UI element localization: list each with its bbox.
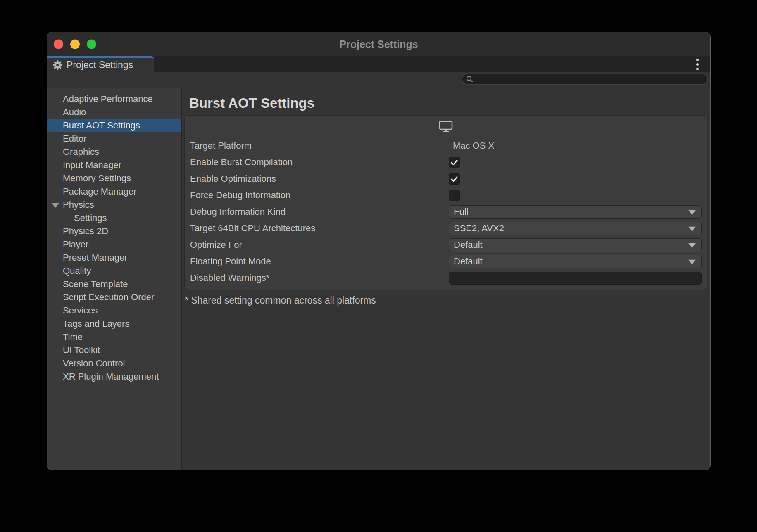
chevron-down-icon <box>688 227 696 231</box>
setting-row-optimize-for: Optimize For Default <box>185 237 707 253</box>
sidebar-item-version-control[interactable]: Version Control <box>47 357 181 370</box>
enable-optimizations-checkbox[interactable] <box>449 173 460 185</box>
setting-label: Target 64Bit CPU Architectures <box>190 223 449 234</box>
sidebar-item-burst-aot-settings[interactable]: Burst AOT Settings <box>47 119 181 132</box>
kebab-dot <box>696 68 699 70</box>
project-settings-window: Project Settings <box>47 32 711 470</box>
more-options-button[interactable] <box>695 57 700 72</box>
sidebar-item-memory-settings[interactable]: Memory Settings <box>47 172 181 185</box>
force-debug-information-checkbox[interactable] <box>449 190 460 201</box>
kebab-dot <box>696 59 699 61</box>
sidebar-item-ui-toolkit[interactable]: UI Toolkit <box>47 344 181 357</box>
tab-project-settings[interactable]: Project Settings <box>47 56 154 72</box>
debug-information-kind-dropdown[interactable]: Full <box>449 205 702 219</box>
sidebar-item-quality[interactable]: Quality <box>47 264 181 278</box>
chevron-down-icon <box>688 260 696 264</box>
content-area: Adaptive Performance Audio Burst AOT Set… <box>47 88 710 470</box>
enable-burst-compilation-checkbox[interactable] <box>449 157 460 168</box>
tab-label: Project Settings <box>67 59 133 71</box>
setting-label: Disabled Warnings* <box>190 273 449 283</box>
dropdown-selected-value: Default <box>454 256 483 267</box>
setting-label: Enable Burst Compilation <box>190 157 449 168</box>
settings-category-list: Adaptive Performance Audio Burst AOT Set… <box>47 88 181 470</box>
foldout-expanded-icon[interactable] <box>52 203 59 208</box>
target-platform-value: Mac OS X <box>449 140 494 151</box>
dropdown-selected-value: Full <box>454 207 468 217</box>
sidebar-item-physics-2d[interactable]: Physics 2D <box>47 225 181 238</box>
setting-row-debug-information-kind: Debug Information Kind Full <box>185 204 707 220</box>
sidebar-item-xr-plugin-management[interactable]: XR Plugin Management <box>47 370 181 383</box>
dropdown-selected-value: Default <box>454 240 483 250</box>
setting-row-target-64bit-cpu-architectures: Target 64Bit CPU Architectures SSE2, AVX… <box>185 220 707 237</box>
desktop-background: Project Settings <box>0 0 757 532</box>
titlebar: Project Settings <box>47 32 710 56</box>
sidebar-item-preset-manager[interactable]: Preset Manager <box>47 251 181 264</box>
sidebar-item-physics[interactable]: Physics <box>47 198 181 211</box>
sidebar-item-player[interactable]: Player <box>47 238 181 251</box>
sidebar-item-package-manager[interactable]: Package Manager <box>47 185 181 198</box>
floating-point-mode-dropdown[interactable]: Default <box>449 255 702 268</box>
search-icon <box>466 76 473 83</box>
page-title: Burst AOT Settings <box>189 95 314 111</box>
toolbar <box>47 72 710 88</box>
setting-label: Debug Information Kind <box>190 207 449 217</box>
dropdown-selected-value: SSE2, AVX2 <box>454 223 504 234</box>
desktop-monitor-icon[interactable] <box>439 121 453 133</box>
setting-label: Enable Optimizations <box>190 173 449 184</box>
chevron-down-icon <box>688 243 696 248</box>
optimize-for-dropdown[interactable]: Default <box>449 238 702 252</box>
kebab-dot <box>696 63 699 66</box>
disabled-warnings-input[interactable] <box>449 272 702 285</box>
setting-row-target-platform: Target Platform Mac OS X <box>185 138 707 154</box>
search-field[interactable] <box>462 74 708 85</box>
sidebar-item-adaptive-performance[interactable]: Adaptive Performance <box>47 93 181 106</box>
setting-row-floating-point-mode: Floating Point Mode Default <box>185 253 707 270</box>
sidebar-item-editor[interactable]: Editor <box>47 132 181 145</box>
setting-label: Floating Point Mode <box>190 256 449 267</box>
sidebar-item-services[interactable]: Services <box>47 304 181 317</box>
checkmark-icon <box>450 159 458 166</box>
sidebar-item-label: Physics <box>63 200 94 210</box>
sidebar-item-time[interactable]: Time <box>47 330 181 344</box>
platform-tab-strip <box>185 116 707 138</box>
sidebar-item-physics-settings[interactable]: Settings <box>47 211 181 225</box>
window-title: Project Settings <box>47 32 710 56</box>
shared-setting-footnote: * Shared setting common across all platf… <box>185 295 376 306</box>
checkmark-icon <box>450 175 458 183</box>
burst-settings-groupbox: Target Platform Mac OS X Enable Burst Co… <box>184 115 707 290</box>
setting-row-force-debug-information: Force Debug Information <box>185 187 707 204</box>
setting-label: Force Debug Information <box>190 190 449 201</box>
sidebar-item-script-execution-order[interactable]: Script Execution Order <box>47 291 181 304</box>
setting-row-enable-burst-compilation: Enable Burst Compilation <box>185 154 707 171</box>
sidebar-item-tags-and-layers[interactable]: Tags and Layers <box>47 317 181 330</box>
burst-aot-settings-panel: Burst AOT Settings Target <box>182 88 710 470</box>
search-input[interactable] <box>476 74 707 84</box>
setting-label: Target Platform <box>190 140 449 151</box>
setting-row-disabled-warnings: Disabled Warnings* <box>185 270 707 286</box>
setting-label: Optimize For <box>190 240 449 250</box>
setting-row-enable-optimizations: Enable Optimizations <box>185 171 707 187</box>
gear-icon <box>52 60 63 70</box>
sidebar-item-input-manager[interactable]: Input Manager <box>47 159 181 172</box>
sidebar-item-scene-template[interactable]: Scene Template <box>47 278 181 291</box>
sidebar-item-graphics[interactable]: Graphics <box>47 145 181 159</box>
target-64bit-cpu-architectures-dropdown[interactable]: SSE2, AVX2 <box>449 222 702 235</box>
chevron-down-icon <box>688 210 696 215</box>
tab-bar: Project Settings <box>47 56 710 72</box>
sidebar-item-audio[interactable]: Audio <box>47 106 181 119</box>
